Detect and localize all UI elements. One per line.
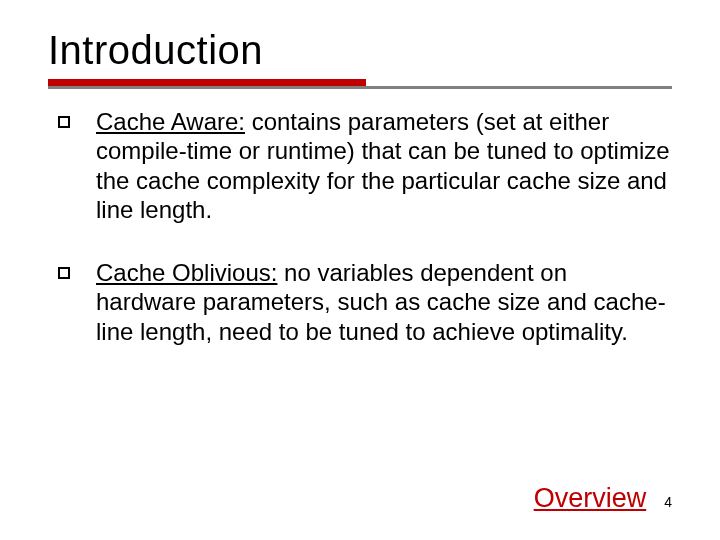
bullet-text: Cache Oblivious: no variables dependent …	[96, 258, 672, 346]
slide: Introduction Cache Aware: contains param…	[0, 0, 720, 540]
page-number: 4	[664, 494, 672, 510]
bullet-term: Cache Aware:	[96, 108, 245, 135]
bullet-term: Cache Oblivious:	[96, 259, 277, 286]
bullet-item: Cache Aware: contains parameters (set at…	[48, 107, 672, 224]
overview-link[interactable]: Overview	[534, 483, 647, 514]
title-rule	[48, 79, 672, 89]
slide-title: Introduction	[48, 28, 672, 73]
rule-gray-bar	[48, 86, 672, 89]
square-bullet-icon	[58, 116, 70, 128]
slide-footer: Overview 4	[534, 483, 672, 514]
bullet-text: Cache Aware: contains parameters (set at…	[96, 107, 672, 224]
rule-accent-bar	[48, 79, 366, 86]
square-bullet-icon	[58, 267, 70, 279]
slide-body: Cache Aware: contains parameters (set at…	[48, 107, 672, 346]
bullet-item: Cache Oblivious: no variables dependent …	[48, 258, 672, 346]
